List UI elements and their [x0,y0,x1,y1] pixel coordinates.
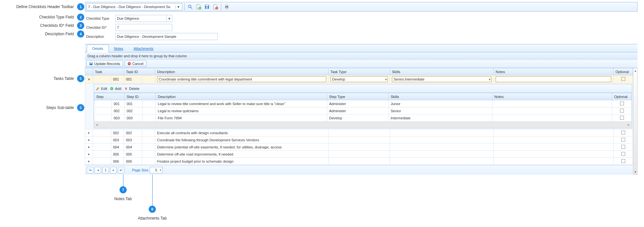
new-icon[interactable] [195,3,202,10]
col-optional[interactable]: Optional [614,68,633,75]
header-toolbar: 7 - Due Diligence - Due Diligence - Deve… [85,2,638,12]
pager-last[interactable]: ▸I [118,167,124,173]
scroll-right-icon[interactable]: > [625,123,632,127]
task-row[interactable]: ▸006006Finalize project budget prior to … [85,158,633,165]
optional-checkbox[interactable] [621,131,625,135]
cancel-button[interactable]: Cancel [124,60,146,67]
col-step-skills[interactable]: Skills [389,93,492,100]
toolbar-divider [221,3,221,10]
svg-rect-4 [206,5,208,6]
optional-checkbox[interactable] [621,152,625,156]
tab-notes[interactable]: Notes [109,45,129,52]
expand-icon[interactable]: ▸ [85,158,93,165]
col-expand[interactable] [85,68,93,75]
col-step-optional[interactable]: Optional [612,93,632,100]
col-step-type[interactable]: Step Type [327,93,389,100]
tasks-table: Task Task ID Description Task Type Skill… [85,68,633,165]
expand-icon[interactable]: ▸ [85,144,93,151]
checklist-id-value: 7 [117,26,119,29]
col-step-notes[interactable]: Notes [492,93,612,100]
toolbar-divider [184,3,185,10]
task-row[interactable]: ▸002002Execute all contracts with design… [85,129,633,136]
dropdown-icon[interactable]: ▾ [176,5,181,9]
optional-checkbox[interactable] [621,77,625,81]
task-skills-combo[interactable]: Senior,Intermediate▾ [392,76,491,82]
scroll-up-icon[interactable]: ▴ [635,68,636,73]
step-row[interactable]: 003003File Form 7894DevelopIntermediate [94,114,632,122]
svg-point-0 [189,5,191,8]
col-notes[interactable]: Notes [494,68,614,75]
task-type-combo[interactable]: Develop▾ [330,76,388,82]
scroll-left-icon[interactable]: < [94,123,100,127]
tasks-header-row: Task Task ID Description Task Type Skill… [85,68,633,75]
col-step[interactable]: Step [94,93,125,100]
pager-current[interactable]: 1 [102,167,109,173]
task-subgrid-row: Edit Add Delete [85,83,633,129]
optional-checkbox[interactable] [621,159,625,163]
delete-button[interactable]: Delete [124,87,140,91]
pager-prev[interactable]: ◂ [95,167,101,173]
tab-details[interactable]: Details [87,45,109,52]
col-task[interactable]: Task [93,68,124,75]
callout-3: Checklists ID* Field3 [0,22,84,29]
task-row-editing[interactable]: ▾ 001 001 Coordinate ordering title comm… [85,75,633,83]
page-size-select[interactable]: 5▾ [150,167,163,173]
search-icon[interactable] [187,3,194,10]
callout-2: Checklist Type Field2 [0,14,84,21]
expand-icon[interactable]: ▸ [85,151,93,158]
callout-7: 7Notes Tab [100,186,146,201]
optional-checkbox[interactable] [621,138,625,142]
tabstrip: Details Notes Attachments [85,44,638,52]
step-row[interactable]: 002002Legal to review quitclaimsAdminist… [94,107,632,114]
svg-rect-11 [90,62,92,63]
col-skills[interactable]: Skills [390,68,494,75]
add-button[interactable]: Add [110,87,121,91]
print-icon[interactable] [223,3,230,10]
checklist-id-field[interactable]: 7 [115,24,172,31]
task-description-input[interactable]: Coordinate ordering title commitment wit… [157,76,326,82]
pager-first[interactable]: I◂ [87,167,93,173]
edit-button[interactable]: Edit [96,87,107,91]
col-step-id[interactable]: Step ID [125,93,156,100]
optional-checkbox[interactable] [620,102,624,105]
dropdown-icon[interactable]: ▾ [160,168,161,172]
col-description[interactable]: Description [155,68,328,75]
step-row[interactable]: 001001Legal to review title commitment a… [94,100,632,107]
dropdown-icon[interactable]: ▾ [166,15,172,22]
col-step-description[interactable]: Description [156,93,327,100]
task-row[interactable]: ▸005005Determine off-site road improveme… [85,151,633,158]
scroll-down-icon[interactable]: ▾ [635,169,636,174]
dropdown-icon[interactable]: ▾ [489,78,490,81]
header-form: Checklist Type Due Diligence ▾ Checklist… [85,12,638,44]
delete-icon[interactable] [212,3,219,10]
task-notes-input[interactable] [496,76,611,82]
update-records-button[interactable]: Update Records [86,60,123,67]
optional-checkbox[interactable] [621,145,625,149]
description-value: Due Diligence - Development Sample [117,35,176,38]
callout-6: Steps Sub-table6 [0,104,84,111]
col-task-type[interactable]: Task Type [328,68,390,75]
save-icon[interactable] [203,3,211,10]
sub-action-bar: Edit Add Delete [94,84,632,93]
group-by-hint[interactable]: Drag a column header and drop it here to… [85,52,638,59]
grid-action-bar: Update Records Cancel [85,59,638,68]
col-task-id[interactable]: Task ID [124,68,155,75]
task-row[interactable]: ▸003003Coordinate the following through … [85,136,633,144]
vertical-scrollbar[interactable]: ▴ ▾ [633,68,638,175]
optional-checkbox[interactable] [620,109,624,113]
optional-checkbox[interactable] [620,116,624,120]
record-selector[interactable]: 7 - Due Diligence - Due Diligence - Deve… [86,3,182,10]
pager: I◂ ◂ 1 ▸ ▸I Page Size 5▾ [85,165,633,175]
dropdown-icon[interactable]: ▾ [385,78,387,81]
checklist-type-field[interactable]: Due Diligence ▾ [115,15,172,22]
tab-attachments[interactable]: Attachments [128,45,158,52]
task-row[interactable]: ▸004004Determine potential off-site ease… [85,144,633,151]
task-id-value: 001 [126,77,132,81]
description-field[interactable]: Due Diligence - Development Sample [115,33,218,40]
pager-next[interactable]: ▸ [110,167,117,173]
sub-scrollbar[interactable]: < > [94,122,632,128]
page-size-label: Page Size [132,168,148,172]
expand-icon[interactable]: ▸ [85,136,93,144]
expand-icon[interactable]: ▸ [85,129,93,136]
collapse-icon[interactable]: ▾ [85,75,93,83]
